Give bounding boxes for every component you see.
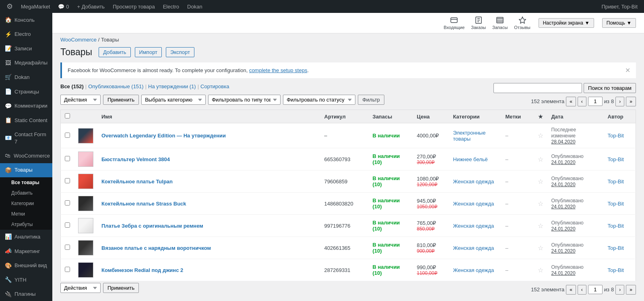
sidebar-item-static-content[interactable]: 📋 Static Content <box>0 113 52 128</box>
product-category-6[interactable]: Женская одежда <box>453 267 494 273</box>
select-all-checkbox[interactable] <box>65 113 70 118</box>
product-link-2[interactable]: Коктейльное платье Tulpan <box>101 179 173 185</box>
col-header-author[interactable]: Автор <box>604 110 636 123</box>
notice-close-button[interactable]: ✕ <box>625 66 630 74</box>
col-header-price[interactable]: Цена <box>413 110 449 123</box>
apply-button[interactable]: Применить <box>103 95 139 105</box>
wp-logo-item[interactable]: ⚙ <box>3 0 16 13</box>
actions-select[interactable]: Действия <box>60 95 101 105</box>
page-number-input[interactable] <box>588 97 603 106</box>
product-link-4[interactable]: Платье Зебра с оригинальным ремнем <box>101 223 203 229</box>
filter-button[interactable]: Фильтр <box>358 95 384 105</box>
notice-link[interactable]: complete the setup steps <box>249 67 308 73</box>
product-link-0[interactable]: Overwatch Legendary Edition — На утвержд… <box>101 133 226 139</box>
col-header-stock[interactable]: Запасы <box>369 110 413 123</box>
sidebar-item-console[interactable]: 🏠 Консоль <box>0 13 52 27</box>
sidebar-item-plugins[interactable]: 🔌 Плагины <box>0 287 52 301</box>
product-category-1[interactable]: Нижнее бельё <box>453 156 488 162</box>
bottom-next-page-button[interactable]: › <box>615 285 624 295</box>
site-name-item[interactable]: MegaMarket <box>18 0 53 13</box>
row-checkbox-1[interactable] <box>65 156 70 161</box>
dokan-item[interactable]: Dokan <box>184 0 206 13</box>
incoming-shortcut[interactable]: Входящие <box>444 16 464 30</box>
col-header-tags[interactable]: Метки <box>502 110 534 123</box>
screen-options-button[interactable]: Настройки экрана ▼ <box>539 18 594 28</box>
sidebar-item-contact-form[interactable]: 📧 Contact Form 7 <box>0 128 52 149</box>
status-filter-select[interactable]: Фильтровать по статусу то... <box>283 95 355 105</box>
product-star-0[interactable]: ☆ <box>538 132 543 139</box>
submenu-attributes[interactable]: Атрибуты <box>0 219 52 230</box>
product-author-0[interactable]: Top-Bit <box>608 133 624 139</box>
bottom-apply-button[interactable]: Применить <box>103 283 139 293</box>
row-checkbox-5[interactable] <box>65 245 70 250</box>
import-button[interactable]: Импорт <box>135 47 162 57</box>
sidebar-item-analytics[interactable]: 📊 Аналитика <box>0 230 52 244</box>
col-header-sku[interactable]: Артикул <box>320 110 369 123</box>
product-category-4[interactable]: Женская одежда <box>453 223 494 229</box>
product-date-link-0[interactable]: 28.04.2020 <box>551 139 576 145</box>
type-filter-select[interactable]: Фильтровать по типу тов... <box>208 95 281 105</box>
product-author-3[interactable]: Top-Bit <box>608 201 624 207</box>
comments-item[interactable]: 💬 0 <box>55 0 72 13</box>
filter-pending[interactable]: На утверждении (1) <box>148 83 196 89</box>
electro-item[interactable]: Electro <box>160 0 182 13</box>
product-date-link-6[interactable]: 24.01.2020 <box>551 270 576 276</box>
prev-page-button[interactable]: ‹ <box>578 97 586 106</box>
bottom-last-page-button[interactable]: » <box>626 285 636 295</box>
orders-shortcut[interactable]: Заказы <box>471 16 486 30</box>
row-checkbox-4[interactable] <box>65 222 70 228</box>
product-author-1[interactable]: Top-Bit <box>608 156 624 162</box>
search-input[interactable] <box>493 83 582 93</box>
product-date-link-2[interactable]: 24.01.2020 <box>551 182 576 187</box>
filter-all[interactable]: Все (152) <box>60 83 84 89</box>
sidebar-item-yith[interactable]: 🔧 YITH <box>0 273 52 287</box>
col-header-name[interactable]: Имя <box>97 110 320 123</box>
row-checkbox-0[interactable] <box>65 133 70 138</box>
bottom-actions-select[interactable]: Действия <box>60 283 101 293</box>
sidebar-item-dokan[interactable]: 🛒 Dokan <box>0 70 52 85</box>
sidebar-item-comments[interactable]: 💬 Комментарии <box>0 99 52 114</box>
product-category-0[interactable]: Электронные товары <box>453 130 486 142</box>
row-checkbox-6[interactable] <box>65 267 70 272</box>
bottom-prev-page-button[interactable]: ‹ <box>578 285 586 295</box>
product-link-1[interactable]: Бюстгальтер Velmont 3804 <box>101 156 170 162</box>
product-author-4[interactable]: Top-Bit <box>608 223 624 229</box>
category-select[interactable]: Выбрать категорию <box>141 95 206 105</box>
submenu-all-products[interactable]: Все товары <box>0 177 52 188</box>
add-new-item[interactable]: + Добавить <box>74 0 108 13</box>
col-header-date[interactable]: Дата <box>547 110 604 123</box>
product-date-link-4[interactable]: 24.01.2020 <box>551 226 576 232</box>
product-date-link-3[interactable]: 24.01.2020 <box>551 204 576 210</box>
product-date-link-1[interactable]: 24.01.2020 <box>551 160 576 165</box>
sidebar-item-electro[interactable]: ⚡ Electro <box>0 27 52 42</box>
product-link-3[interactable]: Коктейльное платье Strass Buck <box>101 201 186 207</box>
sidebar-item-posts[interactable]: 📝 Записи <box>0 42 52 56</box>
product-author-5[interactable]: Top-Bit <box>608 245 624 251</box>
submenu-categories[interactable]: Категории <box>0 198 52 209</box>
first-page-button[interactable]: « <box>566 97 576 106</box>
last-page-button[interactable]: » <box>626 97 636 106</box>
product-star-4[interactable]: ☆ <box>538 222 543 229</box>
reviews-shortcut[interactable]: Отзывы <box>514 16 530 30</box>
help-button[interactable]: Помощь ▼ <box>602 18 636 28</box>
breadcrumb-parent-link[interactable]: WooCommerce <box>60 37 97 43</box>
search-button[interactable]: Поиск по товарам <box>584 83 636 93</box>
sidebar-item-pages[interactable]: 📄 Страницы <box>0 85 52 99</box>
filter-sort[interactable]: Сортировка <box>200 83 229 89</box>
product-link-5[interactable]: Вязаное платье с нарядным воротничком <box>101 245 211 251</box>
product-category-2[interactable]: Женская одежда <box>453 179 494 185</box>
bottom-first-page-button[interactable]: « <box>566 285 576 295</box>
product-category-5[interactable]: Женская одежда <box>453 245 494 251</box>
submenu-tags[interactable]: Метки <box>0 209 52 219</box>
product-link-6[interactable]: Комбинезон Redial под джинс 2 <box>101 267 183 273</box>
sidebar-item-marketing[interactable]: 📣 Маркетинг <box>0 244 52 259</box>
product-star-5[interactable]: ☆ <box>538 245 543 251</box>
stock-shortcut[interactable]: Запасы <box>492 16 508 30</box>
row-checkbox-3[interactable] <box>65 200 70 206</box>
product-star-6[interactable]: ☆ <box>538 267 543 274</box>
add-product-button[interactable]: Добавить <box>99 47 130 57</box>
sidebar-item-appearance[interactable]: 🎨 Внешний вид <box>0 259 52 273</box>
product-category-3[interactable]: Женская одежда <box>453 201 494 207</box>
col-header-categories[interactable]: Категории <box>449 110 502 123</box>
sidebar-item-products[interactable]: 📦 Товары <box>0 163 52 178</box>
